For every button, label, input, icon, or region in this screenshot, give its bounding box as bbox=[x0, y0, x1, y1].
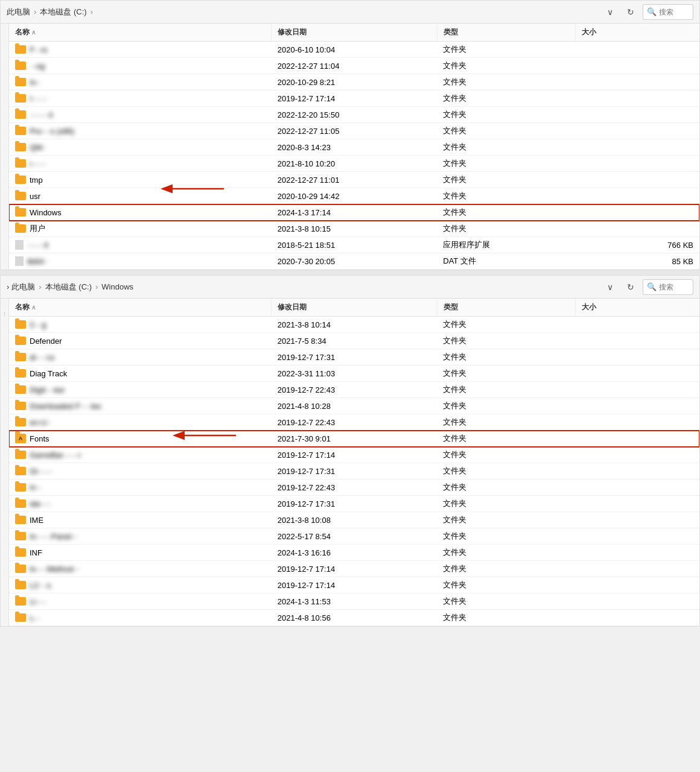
folder-icon bbox=[15, 565, 26, 573]
folder-icon bbox=[15, 516, 26, 524]
table-row[interactable]: Downloaded F·····les2021-4-8 10:28文件夹 bbox=[9, 398, 699, 414]
search-icon-1: 🔍 bbox=[647, 7, 657, 16]
table-row[interactable]: di·····cs2019-12-7 17:31文件夹 bbox=[9, 349, 699, 365]
file-type: 文件夹 bbox=[437, 139, 575, 156]
col-header-date-1[interactable]: 修改日期 bbox=[272, 24, 438, 42]
path-part-windows-2[interactable]: Windows bbox=[101, 282, 133, 291]
col-header-type-1[interactable]: 类型 bbox=[437, 24, 575, 42]
col-header-name-1[interactable]: 名称 ∧ bbox=[9, 24, 272, 42]
table-row[interactable]: C···g2021-3-8 10:14文件夹 bbox=[9, 317, 699, 333]
table-row[interactable]: In·······Panel···2022-5-17 8:54文件夹 bbox=[9, 528, 699, 545]
table-row[interactable]: Pro····s (x86)2022-12-27 11:05文件夹 bbox=[9, 123, 699, 139]
path-part-drive-1[interactable]: 本地磁盘 (C:) bbox=[40, 7, 86, 17]
file-date: 2024-1-3 11:53 bbox=[272, 593, 438, 610]
table-row[interactable]: ········ll2018-5-21 18:51应用程序扩展766 KB bbox=[9, 237, 699, 253]
table-row[interactable]: INF2024-1-3 16:16文件夹 bbox=[9, 545, 699, 561]
file-name: In·· bbox=[30, 78, 40, 87]
table-row[interactable]: In··2020-10-29 8:21文件夹 bbox=[9, 74, 699, 90]
table-row[interactable]: ·········il2022-12-20 15:50文件夹 bbox=[9, 107, 699, 123]
file-type: 文件夹 bbox=[437, 204, 575, 221]
table-row[interactable]: H···2019-12-7 22:43文件夹 bbox=[9, 479, 699, 496]
table-row[interactable]: tmp2022-12-27 11:01文件夹 bbox=[9, 172, 699, 188]
search-input-2[interactable] bbox=[659, 283, 689, 291]
file-size bbox=[575, 123, 699, 139]
table-row[interactable]: In·····Method···2019-12-7 17:14文件夹 bbox=[9, 561, 699, 577]
table-row[interactable]: Li·····2024-1-3 11:53文件夹 bbox=[9, 593, 699, 610]
table-row[interactable]: Gl·······2019-12-7 17:31文件夹 bbox=[9, 463, 699, 479]
file-date: 2021-3-8 10:15 bbox=[272, 221, 438, 237]
table-row[interactable]: en-U··2019-12-7 22:43文件夹 bbox=[9, 414, 699, 431]
table-row[interactable]: Ide·····2019-12-7 17:31文件夹 bbox=[9, 496, 699, 512]
col-header-date-2[interactable]: 修改日期 bbox=[272, 299, 438, 317]
table-row[interactable]: L···2021-4-8 10:56文件夹 bbox=[9, 610, 699, 626]
table-row[interactable]: usr2020-10-29 14:42文件夹 bbox=[9, 188, 699, 204]
folder-icon bbox=[15, 94, 26, 103]
file-name: 用户 bbox=[30, 223, 45, 234]
file-name: Defender bbox=[30, 337, 62, 346]
table-row[interactable]: Digit····ker2019-12-7 22:43文件夹 bbox=[9, 382, 699, 398]
table-header-2: 名称 ∧ 修改日期 类型 大小 bbox=[9, 299, 699, 317]
table-row[interactable]: Windows2024-1-3 17:14文件夹 bbox=[9, 204, 699, 221]
folder-icon bbox=[15, 320, 26, 329]
path-part-drive-2[interactable]: 本地磁盘 (C:) bbox=[45, 282, 92, 293]
table-row[interactable]: Diag Track2022-3-31 11:03文件夹 bbox=[9, 365, 699, 382]
file-table-2: 名称 ∧ 修改日期 类型 大小 C···g2021-3-8 10:14文件夹De… bbox=[9, 299, 699, 626]
table-row[interactable]: F···rs2020-6-10 10:04文件夹 bbox=[9, 42, 699, 58]
table-row[interactable]: L2····s2019-12-7 17:14文件夹 bbox=[9, 577, 699, 593]
file-size: 85 KB bbox=[575, 253, 699, 270]
table-row[interactable]: IME2021-3-8 10:08文件夹 bbox=[9, 512, 699, 528]
table-row[interactable]: i·······2021-8-10 10:20文件夹 bbox=[9, 156, 699, 172]
table-row[interactable]: 用户2021-3-8 10:15文件夹 bbox=[9, 221, 699, 237]
sep1: › bbox=[34, 7, 36, 16]
file-type: 文件夹 bbox=[437, 42, 575, 58]
file-date: 2020-6-10 10:04 bbox=[272, 42, 438, 58]
col-header-type-2[interactable]: 类型 bbox=[437, 299, 575, 317]
file-name: ········ll bbox=[27, 241, 48, 250]
table-row[interactable]: Defender2021-7-5 8:34文件夹 bbox=[9, 333, 699, 349]
file-icon bbox=[15, 240, 24, 250]
file-size bbox=[575, 561, 699, 577]
file-size bbox=[575, 221, 699, 237]
col-header-name-2[interactable]: 名称 ∧ bbox=[9, 299, 272, 317]
file-size bbox=[575, 156, 699, 172]
path-part-computer-2[interactable]: › bbox=[7, 282, 9, 291]
file-type: 文件夹 bbox=[437, 349, 575, 365]
path-part-pc-2[interactable]: 此电脑 bbox=[11, 282, 35, 293]
file-size bbox=[575, 528, 699, 545]
col-header-size-1[interactable]: 大小 bbox=[575, 24, 699, 42]
table-row[interactable]: I·······2019-12-7 17:14文件夹 bbox=[9, 90, 699, 107]
search-input-1[interactable] bbox=[659, 8, 689, 16]
file-size bbox=[575, 496, 699, 512]
dropdown-btn-2[interactable]: ∨ bbox=[602, 279, 619, 296]
folder-icon bbox=[15, 581, 26, 589]
address-controls-2: ∨ ↻ 🔍 bbox=[602, 279, 693, 296]
folder-icon bbox=[15, 208, 26, 217]
folder-icon bbox=[15, 45, 26, 54]
file-type: 文件夹 bbox=[437, 610, 575, 626]
refresh-btn-2[interactable]: ↻ bbox=[622, 279, 639, 296]
file-name: INF bbox=[30, 548, 42, 557]
table-row[interactable]: QM··2020-8-3 14:23文件夹 bbox=[9, 139, 699, 156]
refresh-btn-1[interactable]: ↻ bbox=[622, 4, 639, 21]
fonts-folder-icon: A bbox=[15, 434, 26, 443]
file-type: 文件夹 bbox=[437, 156, 575, 172]
file-type: 文件夹 bbox=[437, 123, 575, 139]
file-size bbox=[575, 447, 699, 463]
file-type: 文件夹 bbox=[437, 398, 575, 414]
dropdown-btn-1[interactable]: ∨ bbox=[602, 4, 619, 21]
file-date: 2022-12-27 11:04 bbox=[272, 58, 438, 74]
file-date: 2019-12-7 22:43 bbox=[272, 414, 438, 431]
file-date: 2024-1-3 17:14 bbox=[272, 204, 438, 221]
file-size bbox=[575, 58, 699, 74]
folder-icon bbox=[15, 127, 26, 135]
file-type: 文件夹 bbox=[437, 221, 575, 237]
file-type: 文件夹 bbox=[437, 172, 575, 188]
path-part-computer-1[interactable]: 此电脑 bbox=[7, 7, 30, 17]
col-header-size-2[interactable]: 大小 bbox=[575, 299, 699, 317]
table-row[interactable]: ···og2022-12-27 11:04文件夹 bbox=[9, 58, 699, 74]
table-row[interactable]: lib64··2020-7-30 20:05DAT 文件85 KB bbox=[9, 253, 699, 270]
table-row[interactable]: AFonts2021-7-30 9:01文件夹 bbox=[9, 431, 699, 447]
file-date: 2021-3-8 10:14 bbox=[272, 317, 438, 333]
file-type: 文件夹 bbox=[437, 382, 575, 398]
table-row[interactable]: GameBar·······r2019-12-7 17:14文件夹 bbox=[9, 447, 699, 463]
